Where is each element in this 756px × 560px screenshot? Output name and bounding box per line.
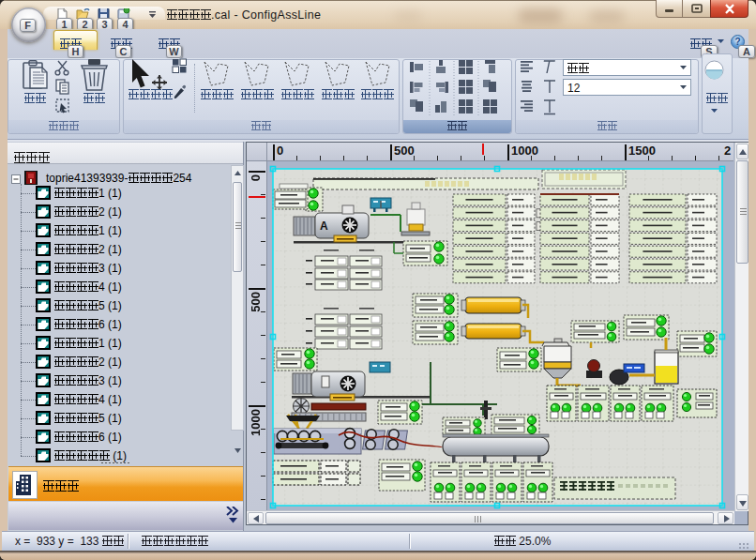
svg-text:A: A	[320, 219, 328, 233]
